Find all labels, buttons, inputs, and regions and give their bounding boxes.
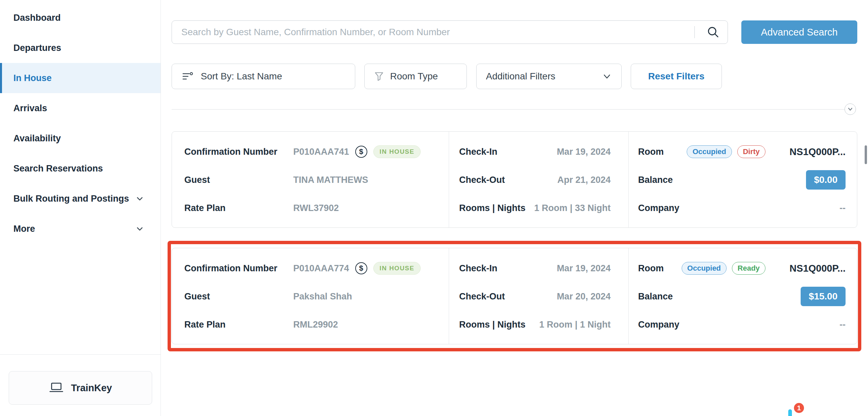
room-type-label: Room Type [390, 71, 438, 82]
search-icon[interactable] [705, 24, 721, 40]
sidebar-item-departures[interactable]: Departures [0, 33, 160, 63]
chevron-down-icon [135, 194, 145, 203]
payment-dollar-icon[interactable]: $ [355, 146, 367, 158]
laptop-icon [49, 382, 64, 394]
reservation-card[interactable]: Confirmation Number P010AAA741 $ IN HOUS… [172, 131, 857, 228]
rooms-nights-value: 1 Room | 1 Night [539, 320, 611, 330]
card-room-column: Room Occupied Ready NS1Q000P... Balance … [629, 248, 857, 344]
rate-plan-value: RML29902 [293, 320, 338, 330]
company-label: Company [638, 203, 679, 213]
sort-icon [182, 71, 193, 82]
search-input-divider [694, 26, 695, 38]
rooms-nights-row: Rooms | Nights 1 Room | 1 Night [459, 311, 611, 339]
filter-funnel-icon [374, 71, 384, 82]
collapse-toggle-button[interactable] [844, 103, 856, 115]
scrollbar-thumb[interactable] [865, 146, 867, 164]
chevron-down-icon [135, 224, 145, 233]
guest-row: Guest Pakshal Shah [184, 282, 442, 311]
housekeeping-pill: Ready [732, 262, 766, 275]
sidebar-item-label: Availability [13, 133, 61, 144]
sidebar-item-in-house[interactable]: In House [0, 63, 160, 93]
balance-label: Balance [638, 175, 673, 185]
balance-button[interactable]: $15.00 [801, 287, 845, 306]
room-status-group: Occupied Dirty NS1Q000P... [687, 146, 845, 158]
rate-plan-value: RWL37902 [293, 203, 339, 213]
room-type-button[interactable]: Room Type [364, 64, 467, 89]
occupancy-pill: Occupied [682, 262, 726, 275]
payment-dollar-icon[interactable]: $ [355, 262, 367, 274]
sidebar-divider [0, 354, 160, 355]
advanced-search-button[interactable]: Advanced Search [741, 21, 857, 44]
company-label: Company [638, 320, 679, 330]
company-row: Company -- [638, 194, 845, 222]
app-root: Dashboard Departures In House Arrivals A… [0, 0, 868, 416]
sidebar-item-bulk-routing[interactable]: Bulk Routing and Postings [0, 184, 160, 214]
check-out-date: Apr 21, 2024 [557, 175, 611, 185]
reset-filters-button[interactable]: Reset Filters [631, 64, 722, 89]
check-in-row: Check-In Mar 19, 2024 [459, 254, 611, 282]
sidebar-item-dashboard[interactable]: Dashboard [0, 3, 160, 33]
housekeeping-pill: Dirty [737, 146, 766, 158]
sidebar-item-search-reservations[interactable]: Search Reservations [0, 153, 160, 184]
additional-filters-dropdown[interactable]: Additional Filters [476, 64, 622, 89]
confirmation-value-group: P010AAA774 $ IN HOUSE [293, 262, 421, 275]
check-out-label: Check-Out [459, 175, 505, 185]
chevron-down-icon [601, 71, 613, 82]
trainkey-button[interactable]: TrainKey [9, 371, 152, 405]
status-badge: IN HOUSE [373, 262, 421, 275]
reservation-card[interactable]: Confirmation Number P010AAA774 $ IN HOUS… [172, 248, 857, 344]
sidebar-item-label: In House [13, 73, 52, 84]
check-out-row: Check-Out Mar 20, 2024 [459, 282, 611, 311]
company-value: -- [839, 320, 845, 330]
rate-plan-label: Rate Plan [184, 203, 293, 213]
rate-plan-label: Rate Plan [184, 320, 293, 330]
check-in-label: Check-In [459, 147, 497, 157]
sidebar: Dashboard Departures In House Arrivals A… [0, 0, 161, 416]
rooms-nights-row: Rooms | Nights 1 Room | 33 Night [459, 194, 611, 222]
card-room-column: Room Occupied Dirty NS1Q000P... Balance … [629, 132, 857, 227]
balance-button[interactable]: $0.00 [806, 170, 845, 190]
status-badge: IN HOUSE [373, 146, 421, 158]
confirmation-number: P010AAA774 [293, 263, 349, 274]
balance-label: Balance [638, 291, 673, 302]
room-number: NS1Q000P... [789, 147, 845, 157]
card-identity-column: Confirmation Number P010AAA774 $ IN HOUS… [172, 248, 449, 344]
check-out-date: Mar 20, 2024 [557, 291, 611, 302]
rooms-nights-label: Rooms | Nights [459, 203, 526, 213]
check-in-date: Mar 19, 2024 [557, 147, 611, 157]
confirmation-number: P010AAA741 [293, 147, 349, 157]
guest-label: Guest [184, 175, 293, 185]
confirmation-row: Confirmation Number P010AAA774 $ IN HOUS… [184, 254, 442, 282]
sidebar-item-label: More [13, 224, 35, 234]
sidebar-item-availability[interactable]: Availability [0, 123, 160, 153]
search-input[interactable] [172, 21, 728, 44]
confirmation-label: Confirmation Number [184, 263, 293, 274]
rooms-nights-label: Rooms | Nights [459, 320, 526, 330]
guest-row: Guest TINA MATTHEWS [184, 166, 442, 194]
check-in-row: Check-In Mar 19, 2024 [459, 138, 611, 166]
confirmation-row: Confirmation Number P010AAA741 $ IN HOUS… [184, 138, 442, 166]
guest-name: Pakshal Shah [293, 291, 352, 302]
confirmation-value-group: P010AAA741 $ IN HOUSE [293, 146, 421, 158]
card-dates-column: Check-In Mar 19, 2024 Check-Out Mar 20, … [449, 248, 629, 344]
sidebar-nav: Dashboard Departures In House Arrivals A… [0, 0, 160, 244]
sort-by-button[interactable]: Sort By: Last Name [172, 64, 355, 89]
sidebar-item-label: Search Reservations [13, 163, 103, 174]
check-out-label: Check-Out [459, 291, 505, 302]
sidebar-item-arrivals[interactable]: Arrivals [0, 93, 160, 123]
notification-badge: 1 [793, 402, 805, 414]
card-dates-column: Check-In Mar 19, 2024 Check-Out Apr 21, … [449, 132, 629, 227]
confirmation-label: Confirmation Number [184, 147, 293, 157]
check-in-label: Check-In [459, 263, 497, 274]
room-row: Room Occupied Dirty NS1Q000P... [638, 138, 845, 166]
trainkey-label: TrainKey [71, 383, 112, 393]
sort-by-label: Sort By: Last Name [201, 71, 282, 82]
room-label: Room [638, 147, 664, 157]
chat-notification-widget[interactable]: 1 [779, 406, 803, 416]
occupancy-pill: Occupied [687, 146, 732, 158]
sidebar-item-more[interactable]: More [0, 214, 160, 244]
card-identity-column: Confirmation Number P010AAA741 $ IN HOUS… [172, 132, 449, 227]
room-number: NS1Q000P... [789, 263, 845, 274]
room-label: Room [638, 263, 664, 274]
check-out-row: Check-Out Apr 21, 2024 [459, 166, 611, 194]
